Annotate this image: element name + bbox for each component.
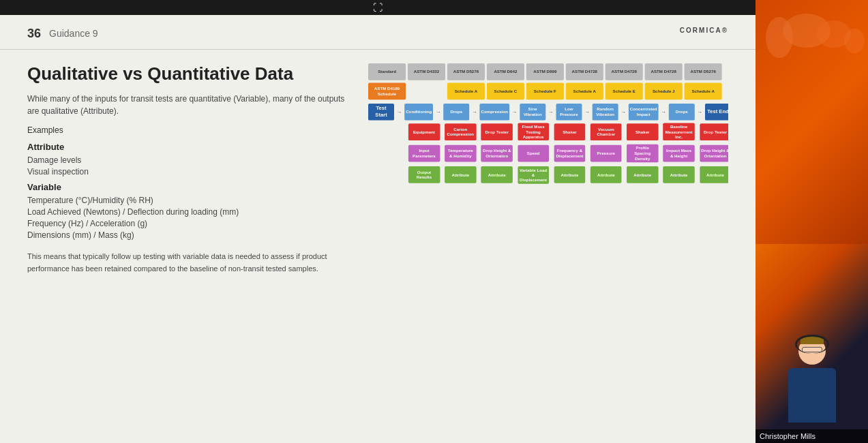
footer-text: This means that typically follow up test… [27, 251, 355, 275]
diagram-schedule-row: ASTM D4169 Schedule Schedule A Schedule … [368, 83, 728, 100]
schedule-a-3: Schedule A [685, 83, 722, 100]
header-box-4: ASTM D999 [526, 63, 564, 80]
baseline-measurement-box: Baseline Measurement Inc. [663, 123, 695, 140]
fixed-mass-box: Fixed Mass Testing Apparatus [518, 123, 549, 140]
input-parameters-box: Input Parameters [408, 145, 440, 162]
drop-tester-box-1: Drop Tester [481, 123, 513, 140]
header-box-6: ASTM D4728 [605, 63, 643, 80]
arrow-2: → [436, 109, 441, 115]
variable-item-4: Dimensions (mm) / Mass (kg) [27, 230, 355, 240]
arrow-5: → [548, 109, 554, 115]
arrow-8: → [661, 109, 666, 115]
attribute-box-3: Attribute [554, 166, 585, 183]
compression-box: Compression [480, 104, 509, 121]
video-feed: Christopher Mills [755, 0, 868, 443]
slide-subtitle: While many of the inputs for transit tes… [27, 93, 355, 117]
variable-heading: Variable [27, 182, 355, 192]
drop-height-box-2: Drop Height & Orientation [700, 145, 728, 162]
attribute-box-5: Attribute [627, 166, 658, 183]
arrow-1: → [397, 109, 402, 115]
fullscreen-icon: ⛶ [373, 2, 383, 13]
temp-humidity-box: Temperature & Humidity [445, 145, 476, 162]
attribute-box-1: Attribute [445, 166, 476, 183]
shaker-box-1: Shaker [554, 123, 585, 140]
header-box-standard: Standard [368, 63, 406, 80]
variable-item-2: Load Achieved (Newtons) / Deflection dur… [27, 207, 355, 217]
attribute-box-4: Attribute [590, 166, 622, 183]
attribute-heading: Attribute [27, 142, 355, 152]
diagram-flow-row: Test Start → Conditioning → Drops → Comp… [368, 104, 728, 121]
slide-guidance: Guidance 9 [49, 28, 98, 39]
attribute-item-2: Visual inspection [27, 167, 355, 177]
shaker-box-2: Shaker [627, 123, 658, 140]
schedule-e: Schedule E [605, 83, 643, 100]
diagram-output-row: Output Results Attribute Attribute Varia… [408, 166, 728, 184]
drop-height-box-1: Drop Height & Orientation [481, 145, 513, 162]
conditioning-box: Conditioning [404, 104, 433, 121]
presenter-figure [788, 337, 836, 423]
map-overlay [759, 3, 865, 72]
attribute-box-6: Attribute [663, 166, 695, 183]
slide-left-column: Qualitative vs Quantitative Data While m… [27, 63, 355, 423]
schedule-box-astm: ASTM D4169 Schedule [368, 83, 406, 100]
attribute-item-1: Damage levels [27, 155, 355, 165]
header-box-7: ASTM D4728 [645, 63, 683, 80]
flow-diagram: Standard ASTM D4332 ASTM D5276 ASTM D642… [368, 63, 728, 184]
header-box-2: ASTM D5276 [447, 63, 485, 80]
arrow-3: → [472, 109, 477, 115]
arrow-4: → [512, 109, 518, 115]
impact-mass-box: Impact Mass & Height [663, 145, 695, 162]
drops-box-1: Drops [443, 104, 469, 121]
top-bar: ⛶ [0, 0, 755, 15]
carton-compression-box: Carton Compression [445, 123, 476, 140]
video-panel: Christopher Mills [755, 0, 868, 443]
arrow-6: → [584, 109, 590, 115]
header-box-8: ASTM D5276 [685, 63, 722, 80]
drop-tester-box-2: Drop Tester [700, 123, 728, 140]
diagram-area: Standard ASTM D4332 ASTM D5276 ASTM D642… [368, 63, 728, 423]
cormica-logo: CORMICA® [680, 25, 728, 42]
slide-number-section: 36 Guidance 9 [27, 27, 98, 41]
test-start-box: Test Start [368, 104, 394, 121]
slide-title: Qualitative vs Quantitative Data [27, 63, 355, 85]
slide-content: 36 Guidance 9 CORMICA® Qualitative vs Qu… [0, 15, 755, 443]
profile-spacing-box: Profile Spacing Density [627, 144, 658, 162]
output-results-box: Output Results [408, 166, 440, 183]
pressure-box: Pressure [590, 145, 622, 162]
equipment-box: Equipment [408, 123, 440, 140]
variable-item-3: Frequency (Hz) / Acceleration (g) [27, 219, 355, 228]
variable-load-box: Variable Load & Displacement [518, 166, 549, 184]
person-name-badge: Christopher Mills [755, 429, 868, 443]
sine-vibration-box: Sine Vibration [520, 104, 545, 121]
drops-box-2: Drops [669, 104, 695, 121]
freq-displacement-box: Frequency & Displacement [554, 145, 585, 162]
attribute-box-7: Attribute [700, 166, 728, 183]
arrow-9: → [698, 109, 703, 115]
vacuum-chamber-box: Vacuum Chamber [590, 123, 622, 140]
schedule-f: Schedule F [526, 83, 564, 100]
examples-label: Examples [27, 125, 355, 135]
schedule-spacer [408, 83, 445, 100]
schedule-j: Schedule J [645, 83, 683, 100]
diagram-parameters-row: Input Parameters Temperature & Humidity … [408, 144, 728, 162]
slide-header: 36 Guidance 9 CORMICA® [0, 15, 755, 50]
slide-body: Qualitative vs Quantitative Data While m… [0, 50, 755, 437]
diagram-equipment-row: Equipment Carton Compression Drop Tester… [408, 123, 728, 140]
person-head [798, 337, 826, 365]
test-end-box: Test End [705, 104, 728, 121]
schedule-a-2: Schedule A [566, 83, 603, 100]
concentrated-impact-box: Concentrated Impact [629, 104, 659, 121]
arrow-7: → [620, 109, 626, 115]
slide-number: 36 [27, 27, 41, 41]
svg-point-3 [844, 29, 865, 53]
random-vibration-box: Random Vibration [593, 104, 618, 121]
variable-item-1: Temperature (°C)/Humidity (% RH) [27, 196, 355, 205]
speed-box: Speed [518, 145, 549, 162]
person-body [788, 368, 836, 423]
low-pressure-box: Low Pressure [556, 104, 582, 121]
attribute-box-2: Attribute [481, 166, 513, 183]
diagram-header-row: Standard ASTM D4332 ASTM D5276 ASTM D642… [368, 63, 728, 80]
person-name: Christopher Mills [760, 432, 815, 440]
schedule-a-1: Schedule A [447, 83, 485, 100]
header-box-3: ASTM D642 [487, 63, 524, 80]
